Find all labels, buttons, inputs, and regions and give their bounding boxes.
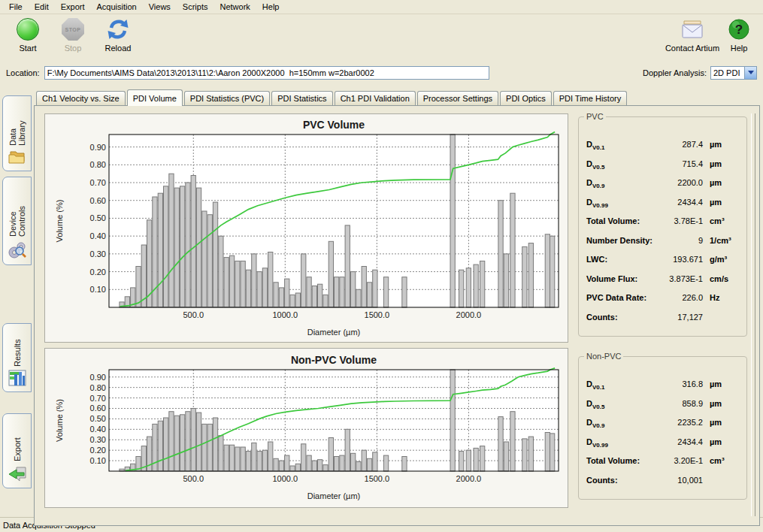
chevron-down-icon[interactable] [744, 67, 756, 79]
stat-row-dv05: DV0.5715.4µm [586, 159, 740, 179]
pvc-groupbox-title: PVC [584, 112, 606, 121]
help-icon: ? [728, 18, 750, 41]
doppler-analysis-label: Doppler Analysis: [643, 68, 707, 77]
svg-text:PVC Volume: PVC Volume [303, 119, 365, 131]
doppler-analysis-select[interactable]: 2D PDI [710, 66, 757, 80]
nonpvc-volume-chart-panel: 500.01000.01500.02000.00.100.200.300.400… [44, 348, 568, 508]
tab-pdi-volume[interactable]: PDI Volume [127, 89, 183, 106]
svg-text:0.30: 0.30 [90, 249, 106, 258]
nonpvc-groupbox-title: Non-PVC [584, 352, 623, 361]
stat-row-dv01: DV0.1316.8µm [586, 379, 740, 399]
svg-text:0.70: 0.70 [90, 178, 106, 187]
svg-text:0.10: 0.10 [90, 456, 106, 465]
stat-row-dv09: DV0.92200.0µm [586, 178, 740, 198]
svg-text:0.40: 0.40 [90, 231, 106, 240]
menu-network[interactable]: Network [213, 1, 256, 13]
charts-column: 500.01000.01500.02000.00.100.200.300.400… [44, 113, 568, 519]
doppler-analysis-value: 2D PDI [711, 68, 744, 77]
menu-scripts[interactable]: Scripts [177, 1, 214, 13]
pvc-stats-groupbox: PVC DV0.1287.4µm DV0.5715.4µm DV0.92200.… [578, 116, 747, 337]
gears-magnifier-icon [8, 240, 27, 261]
tab-ch1-velocity-vs-size[interactable]: Ch1 Velocity vs. Size [36, 91, 126, 105]
svg-text:0.50: 0.50 [90, 414, 106, 423]
stat-row-dv09: DV0.92235.2µm [586, 418, 740, 437]
svg-text:0.90: 0.90 [90, 143, 106, 152]
svg-text:?: ? [735, 23, 743, 37]
svg-text:0.60: 0.60 [90, 196, 106, 205]
tab-pdi-statistics-pvc[interactable]: PDI Statistics (PVC) [184, 91, 270, 105]
main-area: Data Library Device Controls [0, 83, 763, 517]
svg-text:Non-PVC Volume: Non-PVC Volume [291, 354, 377, 366]
stat-row-volume-flux: Volume Flux:3.873E-1cm/s [586, 274, 740, 294]
svg-text:500.0: 500.0 [183, 474, 204, 483]
sidebar-item-device-controls[interactable]: Device Controls [2, 177, 32, 265]
start-icon [17, 18, 39, 41]
menu-file[interactable]: File [3, 1, 29, 13]
sidebar-item-label: Export [13, 420, 22, 461]
content-area: Ch1 Velocity vs. Size PDI Volume PDI Sta… [34, 83, 763, 517]
help-button[interactable]: ? Help [722, 17, 755, 53]
folder-icon [8, 149, 27, 167]
tab-processor-settings[interactable]: Processor Settings [417, 91, 498, 105]
svg-text:0.20: 0.20 [90, 268, 106, 277]
sidebar: Data Library Device Controls [0, 83, 34, 517]
envelope-icon [680, 20, 704, 39]
contact-artium-label: Contact Artium [665, 44, 719, 53]
sidebar-item-label: Device Controls [8, 183, 26, 237]
location-input[interactable] [44, 66, 489, 80]
svg-text:0.20: 0.20 [90, 446, 106, 455]
menu-acquisition[interactable]: Acquisition [91, 1, 143, 13]
svg-text:0.60: 0.60 [90, 404, 106, 413]
svg-text:Volume (%): Volume (%) [55, 200, 64, 243]
tab-ch1-pdi-validation[interactable]: Ch1 PDI Validation [335, 91, 416, 105]
export-arrow-icon [8, 464, 27, 484]
stat-row-total-volume: Total Volume:3.78E-1cm³ [586, 216, 740, 236]
svg-text:Diameter (µm): Diameter (µm) [307, 491, 361, 500]
sidebar-item-data-library[interactable]: Data Library [2, 95, 32, 171]
stats-column: PVC DV0.1287.4µm DV0.5715.4µm DV0.92200.… [574, 113, 756, 519]
menu-views[interactable]: Views [143, 1, 177, 13]
stat-row-number-density: Number Density:91/cm³ [586, 236, 740, 255]
stop-button-label: Stop [65, 44, 82, 53]
location-label: Location: [6, 68, 40, 77]
stat-row-lwc: LWC:193.671g/m³ [586, 255, 740, 274]
stat-row-counts: Counts:17,127 [586, 313, 740, 332]
reload-button[interactable]: Reload [96, 17, 140, 53]
stat-row-pvc-data-rate: PVC Data Rate:226.0Hz [586, 293, 740, 313]
stat-row-counts: Counts:10,001 [586, 476, 740, 495]
svg-text:1500.0: 1500.0 [365, 474, 390, 483]
menu-edit[interactable]: Edit [29, 1, 55, 13]
pvc-volume-chart-panel: 500.01000.01500.02000.00.100.200.300.400… [44, 113, 568, 343]
svg-text:0.90: 0.90 [90, 373, 106, 382]
tab-strip: Ch1 Velocity vs. Size PDI Volume PDI Sta… [34, 89, 763, 105]
menu-help[interactable]: Help [256, 1, 286, 13]
svg-text:Volume (%): Volume (%) [55, 399, 64, 442]
stat-row-dv099: DV0.992434.4µm [586, 198, 740, 217]
stop-button[interactable]: STOP Stop [51, 17, 95, 53]
tab-pdi-optics[interactable]: PDI Optics [500, 91, 552, 105]
tab-pdi-time-history[interactable]: PDI Time History [553, 91, 628, 105]
reload-icon [106, 17, 130, 41]
sidebar-item-export[interactable]: Export [2, 413, 32, 488]
tab-pdi-statistics[interactable]: PDI Statistics [271, 91, 332, 105]
nonpvc-stats-groupbox: Non-PVC DV0.1316.8µm DV0.5858.9µm DV0.92… [578, 356, 747, 500]
svg-text:0.80: 0.80 [90, 160, 106, 169]
start-button[interactable]: Start [6, 17, 50, 53]
reload-button-label: Reload [105, 44, 132, 53]
stat-row-total-volume: Total Volume:3.20E-1cm³ [586, 456, 740, 476]
svg-text:500.0: 500.0 [183, 310, 204, 319]
sidebar-item-label: Results [13, 330, 22, 367]
svg-text:1500.0: 1500.0 [365, 310, 390, 319]
svg-text:0.70: 0.70 [90, 394, 106, 403]
svg-text:Diameter (µm): Diameter (µm) [307, 328, 361, 337]
menu-bar: File Edit Export Acquisition Views Scrip… [0, 0, 763, 14]
stat-row-dv099: DV0.992434.4µm [586, 437, 740, 457]
panel-edge-strip [751, 113, 755, 516]
contact-artium-button[interactable]: Contact Artium [664, 17, 721, 53]
svg-text:0.80: 0.80 [90, 383, 106, 392]
stop-icon: STOP [62, 18, 84, 41]
menu-export[interactable]: Export [55, 1, 91, 13]
nonpvc-volume-chart: 500.01000.01500.02000.00.100.200.300.400… [45, 349, 568, 506]
svg-text:0.30: 0.30 [90, 435, 106, 444]
sidebar-item-results[interactable]: Results [2, 323, 32, 392]
